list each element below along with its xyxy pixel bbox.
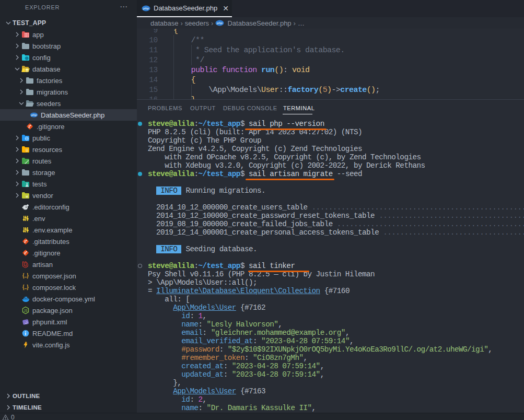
svg-text:php: php [31, 113, 37, 116]
svg-text:php: php [143, 7, 149, 10]
svg-text:php: php [216, 21, 223, 25]
svg-text:JS: JS [24, 309, 28, 312]
